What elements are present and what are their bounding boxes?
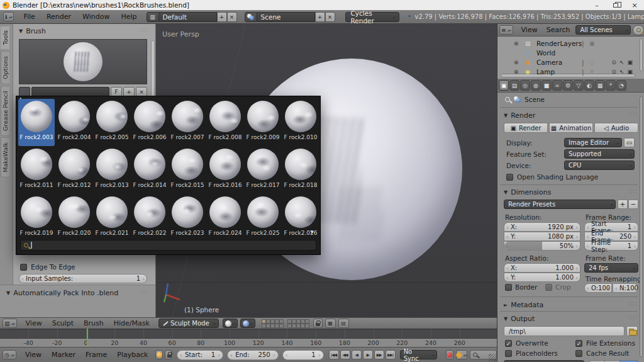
tab-physics[interactable]: ◔ xyxy=(616,80,626,91)
device-select[interactable]: CPU▴▾ xyxy=(564,161,635,170)
display-lock-button[interactable]: ▭ xyxy=(624,138,635,147)
start-frame-field[interactable]: Start:1 xyxy=(177,350,223,360)
metadata-panel-header[interactable]: ►Metadata xyxy=(504,301,543,309)
add-layout-button[interactable]: + xyxy=(217,12,227,22)
tab-object[interactable]: ■ xyxy=(541,80,552,91)
current-frame-marker[interactable] xyxy=(87,329,88,347)
brush-item[interactable]: F rock2.008 xyxy=(207,99,243,146)
render-opengl-button[interactable]: ▤ xyxy=(338,319,349,328)
aspect-y-field[interactable]: Y:1.000 xyxy=(504,273,580,282)
layer-toggle[interactable] xyxy=(287,324,292,328)
layer-toggle[interactable] xyxy=(275,324,279,328)
render-button[interactable]: ▣Render xyxy=(504,123,548,133)
brush-preview[interactable] xyxy=(19,39,147,84)
brush-item[interactable]: F rock2.004 xyxy=(56,99,92,146)
browse-folder-button[interactable] xyxy=(626,326,638,336)
lock-frame-icon[interactable] xyxy=(165,350,172,359)
brush-item[interactable]: F rock2.012 xyxy=(56,147,92,194)
editor-type-button[interactable]: ≡▴▾ xyxy=(499,25,513,35)
output-panel-header[interactable]: ▼Output xyxy=(504,315,535,323)
brush-item[interactable]: F rock2.022 xyxy=(131,195,168,242)
overwrite-checkbox[interactable]: ✓ xyxy=(505,340,512,347)
menu-window[interactable]: Window xyxy=(82,13,109,21)
brush-item[interactable]: F rock2.015 xyxy=(169,147,206,194)
editor-type-button[interactable]: ◷▴▾ xyxy=(3,350,16,359)
brush-panel-header[interactable]: ▼ Brush xyxy=(19,27,46,35)
resolution-y-field[interactable]: Y:1080 px xyxy=(504,232,580,241)
resolution-x-field[interactable]: X:1920 px xyxy=(504,222,580,232)
snap-button[interactable]: ▦ xyxy=(325,319,336,328)
brush-item[interactable]: F rock2.007 xyxy=(169,99,206,146)
add-scene-button[interactable]: + xyxy=(315,12,325,22)
expand-icon[interactable]: ⊕ xyxy=(514,40,519,47)
outliner-item-world[interactable]: ◍World xyxy=(497,48,644,57)
brush-item[interactable]: F rock2.005 xyxy=(94,99,130,146)
jump-to-start-button[interactable]: |◀◀ xyxy=(329,350,339,359)
tab-render-layers[interactable]: ▤ xyxy=(509,80,519,91)
resolution-percentage-slider[interactable]: 50% xyxy=(504,241,580,251)
frame-step-field[interactable]: Frame Step:1 xyxy=(584,241,638,251)
search-button[interactable] xyxy=(633,25,644,35)
editor-type-button[interactable]: ℹ▴▾ xyxy=(3,12,14,21)
end-frame-field[interactable]: End:250 xyxy=(227,350,278,360)
brush-item[interactable]: F rock2.016 xyxy=(207,147,243,194)
pin-icon[interactable] xyxy=(505,97,510,102)
timeline-scrub-area[interactable] xyxy=(0,329,497,338)
layer-toggle[interactable] xyxy=(279,324,284,328)
layer-toggle[interactable] xyxy=(262,324,266,328)
visibility-eye-icon[interactable]: ⊙ xyxy=(611,69,616,75)
play-button[interactable]: ▶ xyxy=(363,350,373,359)
brush-item[interactable]: F rock2.014 xyxy=(131,147,168,194)
selectability-cursor-icon[interactable]: ↖ xyxy=(619,59,625,65)
timeline-menu-frame[interactable]: Frame xyxy=(86,351,107,359)
layer-toggle[interactable] xyxy=(287,319,292,324)
shelf-scrollbar[interactable] xyxy=(151,40,155,101)
viewport-menu-brush[interactable]: Brush xyxy=(84,319,104,327)
animation-button[interactable]: ▦Animation xyxy=(549,123,593,133)
current-frame-field[interactable]: 1 xyxy=(282,350,324,360)
layer-toggle[interactable] xyxy=(266,324,270,328)
brush-item[interactable]: F rock2.024 xyxy=(207,195,243,242)
add-preset-button[interactable]: + xyxy=(618,200,628,209)
dimensions-panel-header[interactable]: ▼Dimensions xyxy=(504,188,551,196)
renderability-camera-icon[interactable]: ▣ xyxy=(627,69,633,75)
layer-toggle[interactable] xyxy=(279,319,284,324)
layer-toggle[interactable] xyxy=(270,319,275,324)
panel-grip-icon[interactable]: :::: xyxy=(628,315,638,320)
outliner-item-camera[interactable]: ⊕◉Camera|◌⊙↖▣ xyxy=(497,57,644,67)
layer-toggle[interactable] xyxy=(292,319,296,324)
expand-icon[interactable]: ⊕ xyxy=(514,69,519,75)
remap-old-field[interactable]: O:100 xyxy=(584,283,612,293)
cache-result-checkbox[interactable] xyxy=(575,350,582,357)
brush-item[interactable]: F rock2.003 xyxy=(18,99,55,146)
menu-file[interactable]: File xyxy=(23,13,35,21)
shelf-tab-tools[interactable]: Tools xyxy=(1,25,9,50)
crop-checkbox[interactable] xyxy=(545,284,552,291)
shelf-tab-makewalk[interactable]: MakeWalk xyxy=(1,137,9,178)
audio-button[interactable]: ◁Audio xyxy=(594,123,638,133)
minimize-button[interactable]: – xyxy=(587,0,606,10)
render-panel-header[interactable]: ▼Render xyxy=(504,111,535,120)
sync-select[interactable]: No Sync▴▾ xyxy=(400,350,438,359)
remap-new-field[interactable]: N:100 xyxy=(613,283,638,293)
tab-render[interactable]: ▣ xyxy=(499,80,509,91)
tab-scene[interactable]: ◎ xyxy=(520,80,530,91)
timeline-menu-marker[interactable]: Marker xyxy=(52,351,75,359)
pack-panel-header[interactable]: ▼ Automatically Pack Into .blend xyxy=(6,289,118,297)
brush-item[interactable]: F rock2.019 xyxy=(18,195,55,242)
layers-grid-1[interactable] xyxy=(262,319,284,328)
render-engine-select[interactable]: Cycles Render▴▾ xyxy=(345,12,399,22)
brush-item[interactable]: F rock2.020 xyxy=(56,195,92,242)
tab-material[interactable]: ◐ xyxy=(584,80,594,91)
editor-type-button[interactable]: ▥▴▾ xyxy=(3,319,17,328)
brush-item[interactable]: F rock2.026 xyxy=(282,195,319,242)
next-keyframe-button[interactable]: ▶▶ xyxy=(374,350,384,359)
outliner-item-lamp[interactable]: ⊕◉Lamp|☼⊙↖▣ xyxy=(497,67,644,76)
layer-toggle[interactable] xyxy=(292,324,296,328)
layout-name-field[interactable]: Default xyxy=(159,12,217,22)
brush-item[interactable]: F rock2.018 xyxy=(282,147,319,194)
layer-toggle[interactable] xyxy=(296,324,301,328)
file-extensions-checkbox[interactable]: ✓ xyxy=(575,340,582,347)
viewport-shading-select[interactable]: ▴▾ xyxy=(223,319,238,328)
layout-icon[interactable]: ▥ xyxy=(147,12,159,22)
